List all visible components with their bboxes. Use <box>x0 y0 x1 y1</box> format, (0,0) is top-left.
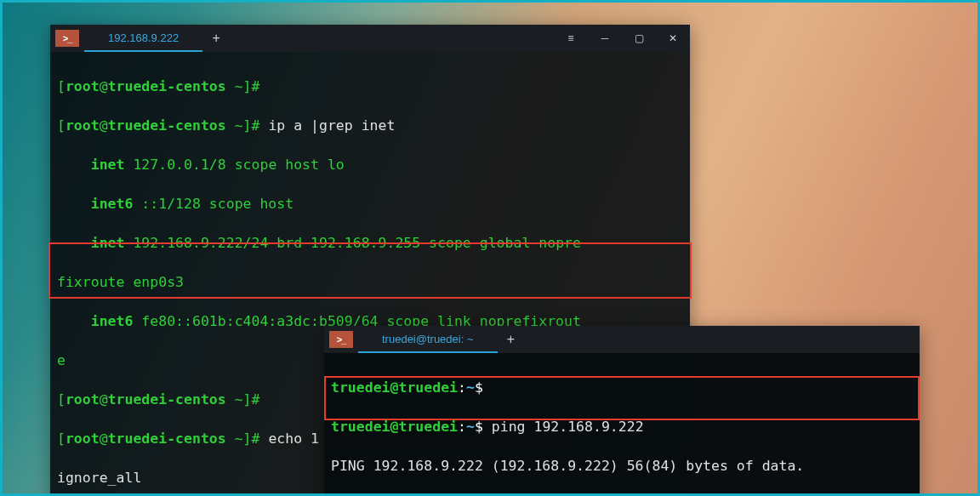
menu-icon[interactable]: ≡ <box>554 25 588 52</box>
tab-active[interactable]: truedei@truedei: ~ <box>358 326 498 353</box>
tab-title: 192.168.9.222 <box>108 31 179 44</box>
output-line: inet6 ::1/128 scope host <box>57 194 683 214</box>
prompt-line: truedei@truedei:~$ <box>331 378 913 397</box>
close-icon[interactable]: ✕ <box>656 25 690 52</box>
cmd-line: [root@truedei-centos ~]# ip a |grep inet <box>57 116 683 135</box>
output-line: inet 192.168.9.222/24 brd 192.168.9.255 … <box>57 233 683 253</box>
terminal-app-icon <box>55 30 79 47</box>
output-line: inet 127.0.0.1/8 scope host lo <box>57 155 683 174</box>
terminal-app-icon <box>329 331 353 348</box>
output-line: PING 192.168.9.222 (192.168.9.222) 56(84… <box>331 456 913 476</box>
titlebar[interactable]: truedei@truedei: ~ + <box>324 326 920 353</box>
tab-active[interactable]: 192.168.9.222 <box>84 25 202 52</box>
minimize-icon[interactable]: ─ <box>588 25 622 52</box>
new-tab-button[interactable]: + <box>498 326 525 353</box>
terminal-output[interactable]: truedei@truedei:~$ truedei@truedei:~$ pi… <box>324 353 920 496</box>
cmd-line: truedei@truedei:~$ ping 192.168.9.222 <box>331 417 913 436</box>
maximize-icon[interactable]: ▢ <box>622 25 656 52</box>
tab-title: truedei@truedei: ~ <box>382 333 474 345</box>
output-line: fixroute enp0s3 <box>57 272 683 292</box>
terminal-window-2: truedei@truedei: ~ + truedei@truedei:~$ … <box>324 326 920 496</box>
prompt-line: [root@truedei-centos ~]# <box>57 77 683 96</box>
new-tab-button[interactable]: + <box>202 25 230 52</box>
titlebar[interactable]: 192.168.9.222 + ≡ ─ ▢ ✕ <box>50 25 690 52</box>
